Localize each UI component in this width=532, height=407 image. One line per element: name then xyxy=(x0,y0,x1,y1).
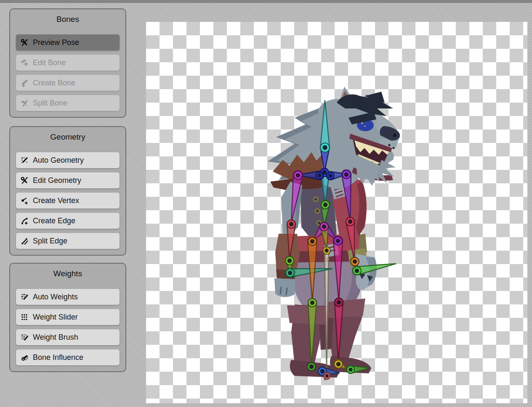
create-edge-button[interactable]: Create Edge xyxy=(16,213,120,229)
sprite-canvas[interactable] xyxy=(146,22,527,403)
scene-svg xyxy=(146,22,527,403)
create-edge-icon xyxy=(20,217,29,225)
weight-brush-button[interactable]: Weight Brush xyxy=(16,329,120,345)
joint[interactable] xyxy=(294,171,302,180)
joint[interactable] xyxy=(287,220,295,228)
joint[interactable] xyxy=(335,298,343,307)
panel-title-bones: Bones xyxy=(16,14,120,24)
joint[interactable] xyxy=(334,237,342,245)
split-edge-icon xyxy=(20,237,29,246)
weight-slider-icon xyxy=(20,313,29,322)
create-bone-label: Create Bone xyxy=(33,79,75,87)
joint[interactable] xyxy=(316,172,323,179)
joint[interactable] xyxy=(286,269,294,277)
auto-geometry-label: Auto Geometry xyxy=(33,156,84,165)
create-edge-label: Create Edge xyxy=(33,217,75,225)
bone-influence-button[interactable]: Bone Influence xyxy=(16,349,120,365)
preview-pose-button[interactable]: Preview Pose xyxy=(16,34,120,50)
joint[interactable] xyxy=(308,299,317,307)
joint[interactable] xyxy=(346,217,354,226)
auto-weights-label: Auto Weights xyxy=(33,293,78,301)
joint[interactable] xyxy=(308,237,317,246)
panel-title-weights: Weights xyxy=(16,269,120,279)
auto-weights-icon xyxy=(20,293,29,301)
edit-geometry-label: Edit Geometry xyxy=(33,176,81,185)
skinning-editor-window: { "app": { "name": "2D Skinning Editor",… xyxy=(0,0,532,407)
weight-slider-label: Weight Slider xyxy=(33,313,78,322)
create-bone-icon xyxy=(20,79,29,87)
joint[interactable] xyxy=(285,256,294,265)
joint[interactable] xyxy=(307,362,316,371)
weight-brush-icon xyxy=(20,333,29,342)
create-vertex-button[interactable]: Create Vertex xyxy=(16,193,120,209)
joint[interactable] xyxy=(320,222,328,231)
edit-bone-icon xyxy=(20,58,29,67)
joint[interactable] xyxy=(327,172,334,180)
edit-bone-label: Edit Bone xyxy=(33,58,66,67)
split-edge-label: Split Edge xyxy=(33,237,67,246)
edit-bone-button[interactable]: Edit Bone xyxy=(16,55,120,71)
joint[interactable] xyxy=(323,247,330,254)
joint[interactable] xyxy=(353,267,361,275)
create-vertex-label: Create Vertex xyxy=(33,196,79,205)
panel-geometry: GeometryAuto GeometryEdit GeometryCreate… xyxy=(9,126,126,256)
joint[interactable] xyxy=(342,170,351,179)
weight-brush-label: Weight Brush xyxy=(33,333,78,342)
bone-tail[interactable] xyxy=(325,249,329,373)
edit-geometry-icon xyxy=(20,176,29,185)
bone-influence-icon xyxy=(20,353,29,362)
panel-bones: BonesPreview PoseEdit BoneCreate BoneSpl… xyxy=(9,8,126,118)
top-toolbar-strip xyxy=(0,0,532,3)
create-vertex-icon xyxy=(20,196,29,205)
split-edge-button[interactable]: Split Edge xyxy=(16,233,120,249)
create-bone-button[interactable]: Create Bone xyxy=(16,75,120,91)
split-bone-icon xyxy=(20,99,29,108)
edit-geometry-button[interactable]: Edit Geometry xyxy=(16,172,120,188)
weight-slider-button[interactable]: Weight Slider xyxy=(16,309,120,325)
split-bone-label: Split Bone xyxy=(33,99,67,108)
joint[interactable] xyxy=(324,373,330,379)
joint[interactable] xyxy=(334,360,343,368)
joint[interactable] xyxy=(347,366,354,373)
auto-geometry-icon xyxy=(20,156,29,165)
preview-pose-icon xyxy=(20,38,29,47)
split-bone-button[interactable]: Split Bone xyxy=(16,95,120,111)
bone-influence-label: Bone Influence xyxy=(33,353,83,362)
joint[interactable] xyxy=(351,257,359,266)
joint[interactable] xyxy=(320,143,330,152)
auto-weights-button[interactable]: Auto Weights xyxy=(16,289,120,305)
auto-geometry-button[interactable]: Auto Geometry xyxy=(16,152,120,168)
preview-pose-label: Preview Pose xyxy=(33,38,79,47)
joint[interactable] xyxy=(321,201,330,209)
panel-title-geometry: Geometry xyxy=(16,132,120,142)
panel-weights: WeightsAuto WeightsWeight SliderWeight B… xyxy=(9,263,126,372)
